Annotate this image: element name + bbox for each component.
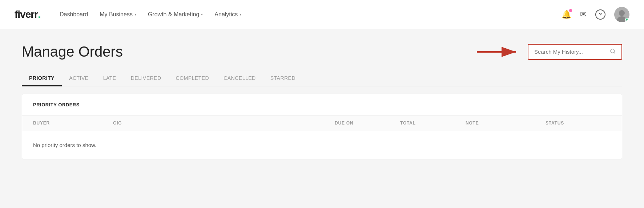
nav-analytics[interactable]: Analytics ▾ (210, 8, 246, 21)
nav-analytics-label: Analytics (214, 11, 238, 18)
svg-point-1 (619, 10, 625, 16)
help-icon: ? (595, 9, 605, 20)
logo-text: fiverr (15, 9, 38, 20)
page-header: Manage Orders (22, 44, 622, 60)
main-content: Manage Orders (0, 29, 644, 208)
nav-links: Dashboard My Business ▾ Growth & Marketi… (55, 8, 246, 21)
navbar-left: fiverr. Dashboard My Business ▾ Growth &… (15, 8, 562, 21)
nav-growth-marketing-label: Growth & Marketing (148, 11, 199, 18)
col-total: TOTAL (400, 121, 466, 126)
logo[interactable]: fiverr. (15, 8, 41, 21)
table-columns: BUYER GIG DUE ON TOTAL NOTE STATUS (22, 115, 622, 131)
arrow-icon (477, 45, 520, 59)
table-section-header: PRIORITY ORDERS (22, 94, 622, 115)
chevron-down-icon: ▾ (201, 12, 203, 16)
nav-dashboard-label: Dashboard (60, 11, 88, 18)
messages-button[interactable]: ✉ (580, 10, 587, 19)
chevron-down-icon: ▾ (240, 12, 241, 16)
avatar[interactable] (614, 7, 629, 22)
svg-line-6 (614, 52, 615, 53)
tab-delivered[interactable]: DELIVERED (124, 71, 169, 86)
logo-dot: . (38, 8, 41, 21)
tab-priority[interactable]: PRIORITY (22, 71, 62, 86)
notifications-button[interactable]: 🔔 (562, 10, 571, 19)
nav-my-business-label: My Business (100, 11, 133, 18)
tabs-container: PRIORITY ACTIVE LATE DELIVERED COMPLETED… (22, 71, 622, 86)
nav-my-business[interactable]: My Business ▾ (95, 8, 141, 21)
notification-dot (569, 9, 572, 12)
search-area (477, 44, 622, 60)
search-icon (610, 48, 616, 56)
chevron-down-icon: ▾ (134, 12, 136, 16)
navbar-right: 🔔 ✉ ? (562, 7, 629, 22)
search-box[interactable] (528, 44, 622, 60)
tab-starred[interactable]: STARRED (263, 71, 303, 86)
table-empty-message: No priority orders to show. (22, 131, 622, 159)
tab-completed[interactable]: COMPLETED (169, 71, 217, 86)
navbar: fiverr. Dashboard My Business ▾ Growth &… (0, 0, 644, 29)
nav-dashboard[interactable]: Dashboard (55, 8, 92, 21)
col-status: STATUS (546, 121, 611, 126)
table-section: PRIORITY ORDERS BUYER GIG DUE ON TOTAL N… (22, 94, 622, 159)
section-title: PRIORITY ORDERS (33, 102, 80, 107)
col-gig: GIG (113, 121, 335, 126)
col-buyer: BUYER (33, 121, 113, 126)
search-input[interactable] (534, 49, 607, 55)
tab-late[interactable]: LATE (96, 71, 124, 86)
online-indicator (625, 18, 629, 21)
tab-active[interactable]: ACTIVE (62, 71, 96, 86)
col-due-on: DUE ON (335, 121, 400, 126)
col-note: NOTE (466, 121, 546, 126)
arrow-indicator (477, 45, 520, 59)
nav-growth-marketing[interactable]: Growth & Marketing ▾ (144, 8, 207, 21)
tab-cancelled[interactable]: CANCELLED (216, 71, 263, 86)
help-button[interactable]: ? (595, 9, 605, 20)
mail-icon: ✉ (580, 10, 587, 19)
page-title: Manage Orders (22, 44, 123, 60)
